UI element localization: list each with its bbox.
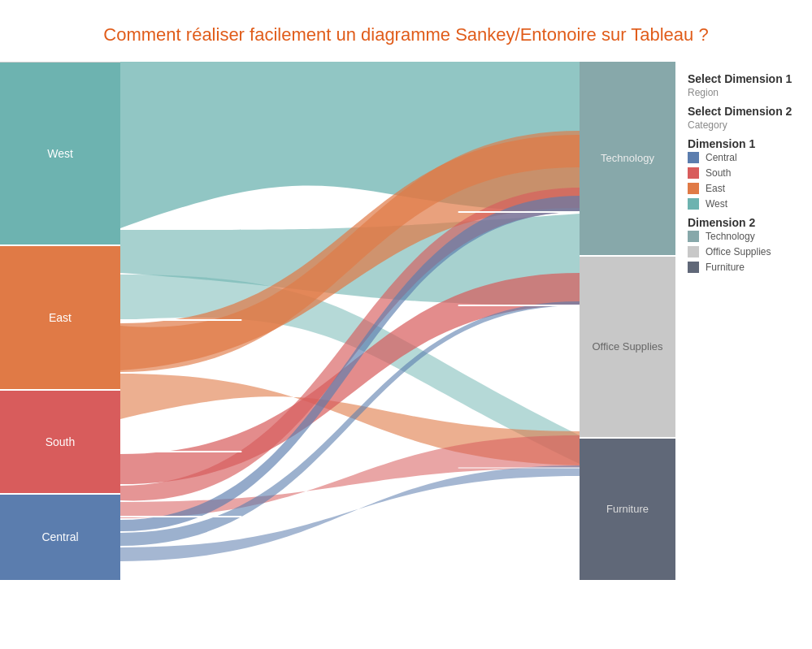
left-node-south: South [0, 391, 120, 495]
dim2-select-title[interactable]: Select Dimension 2 [688, 105, 800, 118]
west-label: West [706, 198, 727, 210]
office-label: Office Supplies [706, 246, 771, 257]
legend-item-west: West [688, 198, 800, 210]
left-node-central: Central [0, 495, 120, 582]
east-swatch [688, 183, 699, 194]
south-label: South [706, 167, 731, 179]
technology-label: Technology [706, 231, 755, 242]
page-title: Comment réaliser facilement un diagramme… [0, 0, 812, 62]
dim1-legend-title: Dimension 1 [688, 137, 800, 150]
left-node-west: West [0, 63, 120, 246]
central-label: Central [706, 152, 737, 163]
dim2-legend-title: Dimension 2 [688, 216, 800, 229]
technology-swatch [688, 231, 699, 242]
legend-item-technology: Technology [688, 231, 800, 242]
south-swatch [688, 167, 699, 179]
main-container: West East South Central [0, 62, 812, 582]
central-swatch [688, 152, 699, 163]
right-node-technology: Technology [580, 62, 675, 257]
east-label: East [706, 183, 725, 194]
right-nodes: Technology Office Supplies Furniture [580, 62, 675, 582]
west-swatch [688, 198, 699, 210]
flow-area [120, 62, 580, 582]
furniture-label: Furniture [706, 262, 745, 273]
legend-item-east: East [688, 183, 800, 194]
legend-panel: Select Dimension 1 Region Select Dimensi… [675, 62, 812, 582]
dim2-select-sub: Category [688, 119, 800, 131]
furniture-swatch [688, 262, 699, 273]
legend-item-office: Office Supplies [688, 246, 800, 257]
sankey-area: West East South Central [0, 62, 675, 582]
left-node-east: East [0, 246, 120, 390]
left-nodes: West East South Central [0, 62, 120, 582]
legend-item-furniture: Furniture [688, 262, 800, 273]
dim1-select-title[interactable]: Select Dimension 1 [688, 72, 800, 85]
legend-item-central: Central [688, 152, 800, 163]
legend-item-south: South [688, 167, 800, 179]
flow-svg [120, 62, 580, 582]
office-swatch [688, 246, 699, 257]
right-node-furniture: Furniture [580, 439, 675, 582]
right-node-office: Office Supplies [580, 257, 675, 439]
dim1-select-sub: Region [688, 87, 800, 98]
